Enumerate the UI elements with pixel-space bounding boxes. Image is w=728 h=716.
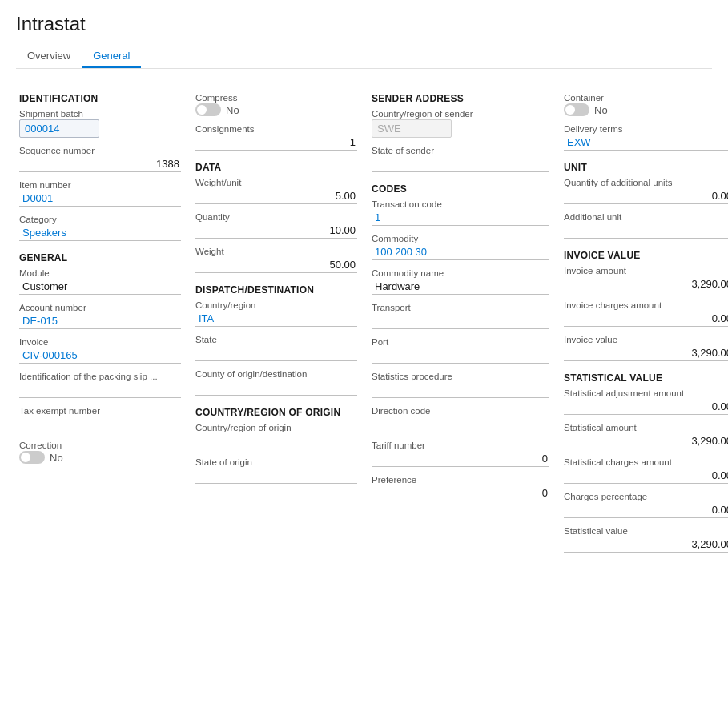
tariff-number-field: Tariff number 0 (372, 440, 549, 467)
container-toggle-row: No (564, 103, 728, 116)
commodity-name-value[interactable]: Hardware (372, 279, 549, 295)
dispatch-state-label: State (195, 335, 357, 344)
transaction-code-value[interactable]: 1 (372, 210, 549, 226)
country-origin-value (195, 433, 357, 449)
statistics-procedure-label: Statistics procedure (372, 372, 549, 381)
state-origin-field: State of origin (195, 457, 357, 484)
quantity-label: Quantity (195, 212, 357, 222)
tax-exempt-label: Tax exempt number (19, 406, 181, 416)
tab-overview[interactable]: Overview (16, 45, 82, 68)
transport-field: Transport (372, 303, 549, 329)
compress-toggle-label: No (226, 104, 239, 116)
category-field: Category Speakers (19, 215, 181, 241)
direction-code-field: Direction code (372, 406, 549, 432)
module-label: Module (19, 268, 181, 278)
port-label: Port (372, 337, 549, 347)
statistical-charges-value: 0.00 (564, 468, 728, 484)
transport-label: Transport (372, 303, 549, 312)
sequence-number-value: 1388 (19, 156, 181, 172)
county-value (195, 380, 357, 396)
statistics-procedure-value (372, 382, 549, 398)
additional-unit-field: Additional unit (564, 212, 728, 239)
preference-field: Preference 0 (372, 475, 549, 501)
item-number-value[interactable]: D0001 (19, 191, 181, 207)
statistical-amount-field: Statistical amount 3,290.00 (564, 423, 728, 449)
charges-percentage-label: Charges percentage (564, 492, 728, 501)
category-value[interactable]: Speakers (19, 225, 181, 241)
dispatch-country-field: Country/region ITA (195, 300, 357, 327)
port-field: Port (372, 337, 549, 364)
dispatch-state-value (195, 345, 357, 361)
invoice-amount-label: Invoice amount (564, 266, 728, 276)
invoice-value[interactable]: CIV-000165 (19, 348, 181, 364)
correction-toggle[interactable] (19, 451, 45, 464)
charges-percentage-value: 0.00 (564, 502, 728, 518)
quantity-additional-label: Quantity of additional units (564, 178, 728, 187)
statistical-adjustment-label: Statistical adjustment amount (564, 388, 728, 398)
invoice-label: Invoice (19, 337, 181, 347)
tabs: Overview General (16, 45, 712, 69)
state-origin-value (195, 468, 357, 484)
compress-toggle[interactable] (195, 103, 221, 116)
invoice-value-value: 3,290.00 (564, 345, 728, 361)
shipment-batch-field: Shipment batch 000014 (19, 109, 181, 138)
quantity-additional-value: 0.00 (564, 188, 728, 204)
weight-value: 50.00 (195, 257, 357, 273)
country-origin-field: Country/region of origin (195, 423, 357, 449)
container-toggle-label: No (594, 104, 608, 116)
commodity-field: Commodity 100 200 30 (372, 234, 549, 260)
correction-label: Correction (19, 440, 181, 450)
invoice-charges-value: 0.00 (564, 311, 728, 327)
unit-title: UNIT (564, 162, 728, 173)
identification-packing-field: Identification of the packing slip ... (19, 372, 181, 398)
dispatch-state-field: State (195, 335, 357, 361)
statistical-amount-label: Statistical amount (564, 423, 728, 432)
invoice-value-label: Invoice value (564, 335, 728, 344)
page-title: Intrastat (16, 13, 712, 35)
sender-state-label: State of sender (372, 146, 549, 155)
account-number-label: Account number (19, 303, 181, 312)
weight-field: Weight 50.00 (195, 247, 357, 273)
compress-toggle-row: No (195, 103, 357, 116)
account-number-value[interactable]: DE-015 (19, 313, 181, 329)
preference-label: Preference (372, 475, 549, 485)
tab-general[interactable]: General (82, 45, 141, 68)
container-toggle[interactable] (564, 103, 589, 116)
item-number-field: Item number D0001 (19, 180, 181, 207)
invoice-value-title: INVOICE VALUE (564, 250, 728, 261)
item-number-label: Item number (19, 180, 181, 190)
account-number-field: Account number DE-015 (19, 303, 181, 329)
charges-percentage-field: Charges percentage 0.00 (564, 492, 728, 518)
weight-label: Weight (195, 247, 357, 256)
sender-country-field: Country/region of sender SWE (372, 109, 549, 138)
col1: IDENTIFICATION Shipment batch 000014 Seq… (16, 82, 184, 561)
shipment-batch-value[interactable]: 000014 (19, 119, 99, 138)
statistical-value-label: Statistical value (564, 526, 728, 536)
port-value (372, 348, 549, 364)
correction-toggle-row: No (19, 451, 181, 464)
statistical-charges-label: Statistical charges amount (564, 457, 728, 467)
identification-packing-value (19, 382, 181, 398)
sender-country-label: Country/region of sender (372, 109, 549, 119)
sender-country-value[interactable]: SWE (372, 119, 452, 138)
tariff-number-label: Tariff number (372, 440, 549, 450)
delivery-terms-value[interactable]: EXW (564, 135, 728, 151)
commodity-value[interactable]: 100 200 30 (372, 244, 549, 260)
correction-field: Correction No (19, 440, 181, 464)
dispatch-country-value[interactable]: ITA (195, 311, 357, 327)
delivery-terms-label: Delivery terms (564, 124, 728, 134)
statistical-charges-field: Statistical charges amount 0.00 (564, 457, 728, 484)
delivery-terms-field: Delivery terms EXW (564, 124, 728, 151)
direction-code-value (372, 416, 549, 432)
dispatch-country-label: Country/region (195, 300, 357, 310)
commodity-name-field: Commodity name Hardware (372, 268, 549, 295)
statistical-value-title: STATISTICAL VALUE (564, 372, 728, 384)
quantity-field: Quantity 10.00 (195, 212, 357, 239)
additional-unit-value (564, 223, 728, 239)
compress-field: Compress No (195, 93, 357, 116)
transport-value (372, 313, 549, 329)
consignments-value: 1 (195, 135, 357, 151)
identification-packing-label: Identification of the packing slip ... (19, 372, 181, 381)
data-title: DATA (195, 162, 357, 173)
country-origin-title: COUNTRY/REGION OF ORIGIN (195, 407, 357, 418)
